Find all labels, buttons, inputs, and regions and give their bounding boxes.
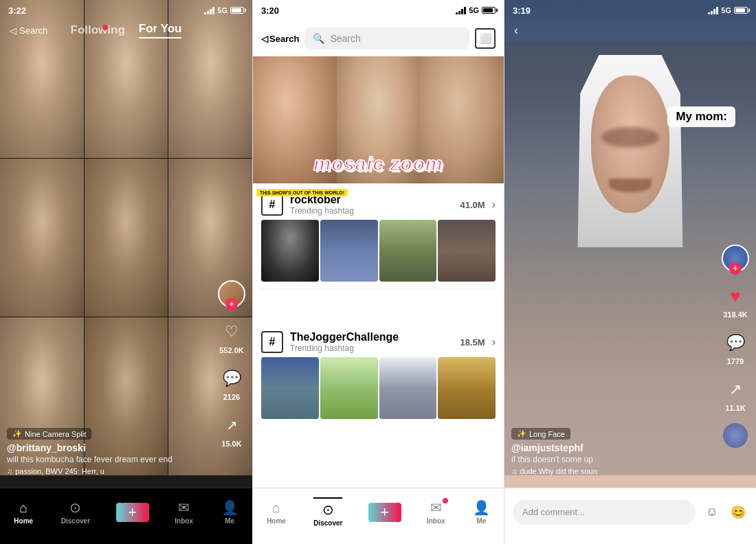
jogger-thumb-4[interactable] xyxy=(438,357,496,419)
back-button-p2[interactable]: ◁ Search xyxy=(261,34,299,44)
avatar-p3: + xyxy=(722,245,749,272)
nav-discover-p2[interactable]: ⊙ Discover xyxy=(313,497,342,527)
share-btn-p3[interactable]: ↗ 11.1K xyxy=(722,376,748,412)
rocktober-thumb-1[interactable]: THIS SHOW'S OUT OF THIS WORLD! xyxy=(261,220,319,282)
status-bar-p1: 3:22 5G xyxy=(0,0,252,21)
person-figure xyxy=(541,55,720,330)
jogger-thumb-1[interactable] xyxy=(261,357,319,419)
comment-count-p3: 1779 xyxy=(727,357,744,365)
video-info-p3: ✨ Long Face @iamjuststephf if this doesn… xyxy=(511,427,715,475)
nav-home-p2[interactable]: ⌂ Home xyxy=(267,500,286,525)
me-icon-p2: 👤 xyxy=(473,499,490,516)
comment-btn-p3[interactable]: 💬 1779 xyxy=(722,330,748,365)
search-bar-p2: ◁ Search 🔍 Search ⬜ xyxy=(253,22,504,55)
status-icons-p3: 5G xyxy=(708,6,748,14)
signal-p1 xyxy=(204,6,214,14)
back-button-p3[interactable]: ‹ xyxy=(514,23,518,38)
jogger-sub: Trending hashtag xyxy=(290,343,454,353)
add-button-p1[interactable]: + xyxy=(118,503,147,522)
battery-p2 xyxy=(482,7,496,14)
like-btn-p3[interactable]: ♥ 318.4K xyxy=(722,283,748,319)
nav-add-p1[interactable]: + xyxy=(118,503,147,522)
back-button-p1[interactable]: ◁ Search xyxy=(10,25,47,36)
rocktober-thumb-4[interactable] xyxy=(438,220,496,282)
nav-me-p2[interactable]: 👤 Me xyxy=(473,499,490,525)
avatar-btn-p1[interactable]: + xyxy=(218,280,245,308)
nav-inbox-p1[interactable]: ✉ Inbox xyxy=(175,499,193,525)
inbox-label-p2: Inbox xyxy=(427,517,445,525)
home-icon-p2: ⌂ xyxy=(272,500,280,516)
rocktober-arrow: › xyxy=(492,199,496,211)
mosaic-banner[interactable]: mosaic zoom xyxy=(253,56,504,183)
me-label-p1: Me xyxy=(225,517,234,525)
rocktober-thumb-3[interactable] xyxy=(379,220,437,282)
side-actions-p1: + ♡ 552.0K 💬 2126 ↗ 15.0K xyxy=(218,280,245,448)
status-icons-p2: 5G xyxy=(456,6,496,14)
sticker-icon-p3[interactable]: 😊 xyxy=(729,503,748,522)
foryou-tab[interactable]: For You xyxy=(139,22,182,38)
search-placeholder: Search xyxy=(330,33,360,44)
share-icon-p1: ↗ xyxy=(219,412,245,438)
follow-plus-p1: + xyxy=(225,298,238,310)
hashtag-rocktober: # rocktober Trending hashtag 41.0M › THI… xyxy=(253,185,504,289)
search-back-label: Search xyxy=(269,34,299,44)
mosaic-title: mosaic zoom xyxy=(253,153,504,175)
battery-p3 xyxy=(734,7,748,14)
avatar-btn-p3[interactable]: + xyxy=(722,245,749,272)
music-p1: ♫ passion, BWV 245: Herr, u xyxy=(7,467,211,475)
rocktober-thumb-2[interactable] xyxy=(320,220,378,282)
following-tab[interactable]: Following xyxy=(71,23,125,37)
rocktober-thumbs: THIS SHOW'S OUT OF THIS WORLD! xyxy=(253,220,504,288)
jogger-thumbs xyxy=(253,357,504,426)
video-cell-4[interactable] xyxy=(0,159,84,317)
discover-label-p2: Discover xyxy=(313,519,342,527)
nav-me-p1[interactable]: 👤 Me xyxy=(221,499,238,525)
time-p1: 3:22 xyxy=(8,5,26,16)
side-actions-p3: + ♥ 318.4K 💬 1779 ↗ 11.1K xyxy=(722,245,749,448)
music-p3: ♫ dude Why did the soun xyxy=(511,467,715,475)
music-text-p3: dude Why did the soun xyxy=(520,467,597,475)
jogger-thumb-3[interactable] xyxy=(379,357,437,419)
rocktober-count: 41.0M xyxy=(460,200,485,210)
inbox-icon-p2: ✉ xyxy=(430,499,442,516)
video-cell-5[interactable] xyxy=(85,159,168,317)
share-count-p3: 11.1K xyxy=(725,404,745,412)
comment-input-p3[interactable]: Add comment... xyxy=(513,500,696,525)
discover-icon-p1: ⊙ xyxy=(69,499,81,516)
search-magnifier-icon: 🔍 xyxy=(313,33,324,44)
nav-add-p2[interactable]: + xyxy=(370,503,399,522)
comment-btn-p1[interactable]: 💬 2126 xyxy=(219,365,245,401)
time-p2: 3:20 xyxy=(261,5,279,16)
comment-count-p1: 2126 xyxy=(223,393,240,401)
video-info-p1: ✨ Nine Camera Split @brittany_broski wil… xyxy=(7,427,211,475)
rocktober-sub: Trending hashtag xyxy=(290,206,454,216)
comment-bar-p3: Add comment... ☺ 😊 xyxy=(504,488,756,544)
top-nav-p1: ◁ Search Following For You xyxy=(0,22,252,38)
search-input-wrap[interactable]: 🔍 Search xyxy=(304,27,469,49)
like-btn-p1[interactable]: ♡ 552.0K xyxy=(219,319,245,354)
add-button-p2[interactable]: + xyxy=(370,503,399,522)
effect-badge-p1: ✨ Nine Camera Split xyxy=(7,428,91,440)
nav-discover-p1[interactable]: ⊙ Discover xyxy=(61,499,90,525)
bottom-nav-p1: ⌂ Home ⊙ Discover + ✉ Inbox 👤 Me xyxy=(0,488,252,544)
jogger-thumb-2[interactable] xyxy=(320,357,378,419)
network-p3: 5G xyxy=(721,6,731,14)
music-note-icon-p3: ♫ xyxy=(511,467,517,475)
comment-placeholder-p3: Add comment... xyxy=(522,507,585,517)
emoji-icon-p3[interactable]: ☺ xyxy=(702,503,722,522)
hashtag-jogger: # TheJoggerChallenge Trending hashtag 18… xyxy=(253,323,504,426)
username-p1[interactable]: @brittany_broski xyxy=(7,442,211,453)
nav-home-p1[interactable]: ⌂ Home xyxy=(14,500,33,525)
like-count-p1: 552.0K xyxy=(219,346,243,354)
jogger-name[interactable]: TheJoggerChallenge xyxy=(290,331,454,343)
music-text-p1: passion, BWV 245: Herr, u xyxy=(15,467,104,475)
home-icon-p1: ⌂ xyxy=(19,500,27,516)
nav-inbox-p2[interactable]: ✉ Inbox xyxy=(427,499,445,525)
hash-icon-rocktober: # xyxy=(261,194,283,216)
share-btn-p1[interactable]: ↗ 15.0K xyxy=(219,412,245,448)
username-p3[interactable]: @iamjuststephf xyxy=(511,442,715,453)
share-count-p1: 15.0K xyxy=(221,440,241,448)
more-btn-p3[interactable] xyxy=(723,423,748,448)
avatar-p1: + xyxy=(218,280,245,308)
scan-icon[interactable]: ⬜ xyxy=(475,28,496,49)
